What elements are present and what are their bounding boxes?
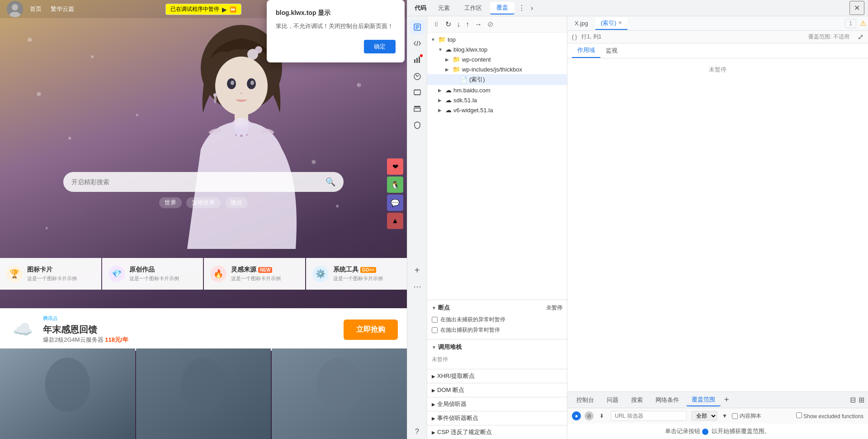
dom-arrow: ▶	[432, 388, 435, 393]
nav-home[interactable]: 首页	[30, 5, 42, 13]
event-listener-header[interactable]: ▶ 事件侦听器断点	[432, 414, 562, 422]
tree-wp-content[interactable]: ▶ 📁 wp-content	[427, 54, 567, 64]
user-avatar[interactable]	[7, 1, 23, 17]
sidebar-icon-security[interactable]	[410, 118, 425, 132]
source-tab-xjpg[interactable]: X.jpg	[569, 18, 594, 29]
tabs-more-icon[interactable]: ⋮	[516, 4, 527, 12]
icon-card-1[interactable]: 💎 原创作品 这是一个图标卡片示例	[102, 258, 203, 290]
search-input[interactable]	[71, 178, 321, 186]
dialog-ok-button[interactable]: 确定	[364, 40, 396, 53]
search-tag-world[interactable]: 世界	[159, 197, 182, 208]
bottom-tab-network-conditions[interactable]: 网络条件	[650, 394, 684, 406]
tree-v6widget[interactable]: ▶ ☁ v6-widget.51.la	[427, 105, 567, 115]
sidebar-icon-inspector[interactable]	[410, 20, 425, 34]
svg-point-22	[317, 358, 362, 411]
record-button[interactable]: ●	[572, 411, 581, 420]
dom-header[interactable]: ▶ DOM 断点	[432, 386, 562, 394]
svg-point-10	[235, 134, 237, 136]
url-filter-input[interactable]	[611, 411, 687, 421]
stop-button[interactable]: ⊘	[585, 411, 594, 420]
sidebar-icon-network[interactable]	[410, 52, 425, 67]
sidebar-icon-performance[interactable]	[410, 69, 425, 83]
blog-icon: ☁	[445, 46, 452, 53]
breakpoint-uncaught-checkbox[interactable]	[432, 317, 438, 323]
cloud-ad-button[interactable]: 立即抢购	[344, 320, 398, 340]
icon-card-2[interactable]: 🔥 灵感来源NEW 这是一个图标卡片示例	[204, 258, 305, 290]
source-tab-index[interactable]: (索引) ✕	[595, 17, 628, 30]
deactivate-icon[interactable]: ⊘	[486, 19, 494, 29]
float-btn-0[interactable]: ❤	[387, 158, 403, 175]
play-icon[interactable]: ▶	[222, 6, 227, 13]
sidebar-icon-memory[interactable]	[410, 85, 425, 100]
settings-icon[interactable]: ⊞	[859, 396, 864, 404]
search-tag-pet-world[interactable]: 宠物世界	[186, 197, 221, 208]
bottom-tab-search[interactable]: 搜索	[626, 394, 648, 406]
nav-fancy-cloud[interactable]: 繁华云篇	[51, 5, 74, 13]
fast-forward-icon[interactable]: ⏩	[230, 6, 236, 13]
sidebar-icon-help[interactable]: ?	[410, 425, 425, 439]
breakpoint-caught: 在抛出捕获的异常时暂停	[432, 325, 562, 335]
add-tab-icon[interactable]: +	[724, 395, 729, 405]
tab-elements[interactable]: 元素	[432, 2, 456, 14]
source-panel: X.jpg (索引) ✕ 1 ⚠ { } 行1, 列1 覆盖范围: 不适用 ⤢	[567, 16, 868, 439]
breakpoint-uncaught: 在抛出未捕获的异常时暂停	[432, 315, 562, 325]
tree-baidu[interactable]: ▶ ☁ hm.baidu.com	[427, 85, 567, 95]
breakpoints-header[interactable]: ▼ 断点 未暂停	[432, 304, 562, 312]
tree-domain-blog[interactable]: ▼ ☁ blog.klwx.top	[427, 44, 567, 54]
sidebar-icon-code[interactable]	[410, 36, 425, 51]
devtools-close-button[interactable]: ✕	[849, 1, 864, 15]
tree-51la[interactable]: ▶ ☁ sdk.51.la	[427, 95, 567, 105]
sidebar-icon-application[interactable]	[410, 101, 425, 116]
icon-card-3[interactable]: ⚙️ 系统工具GO>> 这是一个图标卡片示例	[306, 258, 407, 290]
sidebar-icon-plus[interactable]: +	[410, 263, 425, 277]
content-script-check[interactable]	[732, 413, 738, 419]
index-tab-label: (索引)	[601, 19, 617, 27]
xhr-arrow: ▶	[432, 374, 435, 379]
type-select[interactable]: 全部	[691, 411, 717, 421]
float-btn-2[interactable]: 💬	[387, 195, 403, 211]
tree-wp-includes[interactable]: ▶ 📁 wp-includes/js/thickbox	[427, 64, 567, 74]
global-listener-header[interactable]: ▶ 全局侦听器	[432, 400, 562, 408]
card-icon-fire: 🔥	[210, 266, 226, 282]
reload-button[interactable]: ⬇	[597, 411, 606, 420]
dialog-title: blog.klwx.top 显示	[276, 9, 396, 17]
card-title-2: 灵感来源NEW	[231, 266, 281, 274]
cloud-desc-text: 爆款2核2G4M云服务器	[43, 336, 104, 343]
svg-rect-24	[414, 59, 415, 63]
scope-not-paused: 未暂停	[709, 66, 726, 73]
scope-tab-scope[interactable]: 作用域	[572, 43, 600, 58]
bottom-tab-issues[interactable]: 问题	[601, 394, 624, 406]
show-excluded-checkbox[interactable]	[796, 412, 802, 418]
breakpoint-caught-checkbox[interactable]	[432, 327, 438, 333]
event-arrow: ▶	[432, 416, 435, 421]
callstack-not-paused: 未暂停	[432, 354, 562, 365]
expand-source-icon[interactable]: ⤢	[858, 33, 863, 41]
search-tag-wechat[interactable]: 微信	[225, 197, 248, 208]
source-tabs-right: 1 ⚠	[845, 19, 866, 28]
tree-index-file[interactable]: 📄 (索引)	[427, 74, 567, 85]
tab-coverage[interactable]: 覆盖	[490, 2, 514, 14]
index-name: (索引)	[469, 76, 485, 84]
callstack-header[interactable]: ▼ 调用堆栈	[432, 343, 562, 351]
bottom-tab-coverage[interactable]: 覆盖范围	[686, 394, 721, 406]
step-into-icon[interactable]: ↓	[456, 19, 461, 29]
dock-icon[interactable]: ⊟	[850, 396, 856, 404]
tabs-overflow-icon[interactable]: ›	[529, 4, 535, 12]
float-btn-scroll[interactable]: ▲	[387, 213, 403, 229]
csp-header[interactable]: ▶ CSP 违反了规定断点	[432, 428, 562, 436]
step-over-icon[interactable]: ↻	[444, 19, 452, 29]
pause-icon[interactable]: ⏸	[432, 19, 441, 29]
filter-separator: ▼	[722, 413, 727, 419]
step-out-icon[interactable]: ↑	[465, 19, 470, 29]
index-tab-close-icon[interactable]: ✕	[618, 20, 622, 26]
scope-tab-watch[interactable]: 监视	[600, 44, 623, 57]
tab-workspace[interactable]: 工作区	[458, 2, 488, 14]
card-icon-gear: ⚙️	[312, 266, 329, 282]
bottom-tab-console[interactable]: 控制台	[571, 394, 599, 406]
tree-root[interactable]: ▼ 📁 top	[427, 34, 567, 44]
icon-card-0[interactable]: 🏆 图标卡片 这是一个图标卡片示例	[0, 258, 101, 290]
step-icon[interactable]: →	[474, 19, 483, 29]
float-btn-1[interactable]: 🐧	[387, 177, 403, 193]
xhr-header[interactable]: ▶ XHR/提取断点	[432, 372, 562, 380]
sidebar-icon-more[interactable]: ⋯	[410, 279, 425, 294]
